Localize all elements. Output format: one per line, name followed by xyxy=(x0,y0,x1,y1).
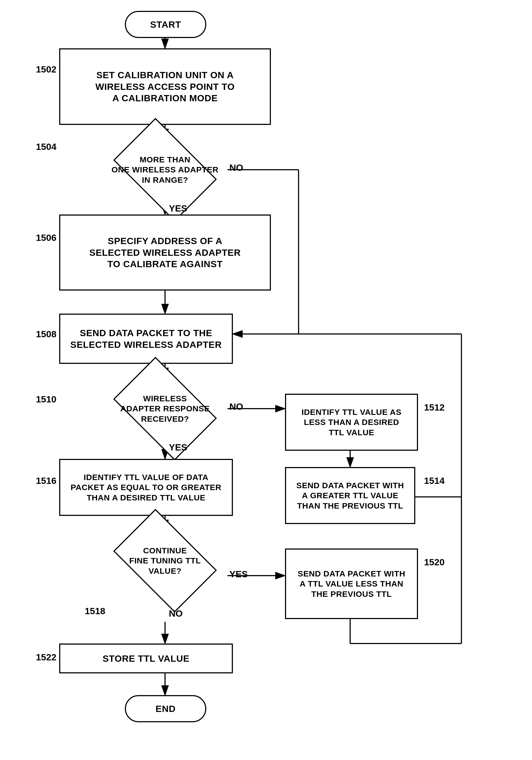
end-node: END xyxy=(125,695,206,722)
id-label-1510: 1510 xyxy=(36,394,57,404)
yes-label-1504: YES xyxy=(169,203,187,214)
id-label-1508: 1508 xyxy=(36,329,57,339)
start-label: START xyxy=(148,17,183,32)
no-label-1504: NO xyxy=(229,163,243,173)
id-label-1518: 1518 xyxy=(85,606,105,616)
id-label-1504: 1504 xyxy=(36,141,57,152)
step-1520-text: SEND DATA PACKET WITH A TTL VALUE LESS T… xyxy=(295,566,407,601)
yes-label-1518: YES xyxy=(229,569,248,580)
decision-1510-text: WIRELESS ADAPTER RESPONSE RECEIVED? xyxy=(118,391,212,426)
id-label-1512: 1512 xyxy=(424,402,445,413)
decision-1510: WIRELESS ADAPTER RESPONSE RECEIVED? xyxy=(103,377,228,440)
end-label: END xyxy=(154,701,178,717)
no-label-1518: NO xyxy=(169,608,183,619)
label-1504: 1504 xyxy=(30,141,63,152)
step-1514: SEND DATA PACKET WITH A GREATER TTL VALU… xyxy=(285,467,415,524)
start-node: START xyxy=(125,11,206,38)
step-1506: SPECIFY ADDRESS OF A SELECTED WIRELESS A… xyxy=(59,214,271,291)
id-label-1506: 1506 xyxy=(36,232,57,243)
step-1512: IDENTIFY TTL VALUE AS LESS THAN A DESIRE… xyxy=(285,394,418,451)
id-label-1520: 1520 xyxy=(424,557,445,567)
label-1506: 1506 xyxy=(30,232,63,243)
id-label-1514: 1514 xyxy=(424,475,445,486)
step-1520: SEND DATA PACKET WITH A TTL VALUE LESS T… xyxy=(285,548,418,619)
decision-1504-text: MORE THAN ONE WIRELESS ADAPTER IN RANGE? xyxy=(110,152,221,187)
label-1522: 1522 xyxy=(30,652,63,663)
diagram-container: START 1502 SET CALIBRATION UNIT ON A WIR… xyxy=(0,0,532,760)
step-1506-text: SPECIFY ADDRESS OF A SELECTED WIRELESS A… xyxy=(87,233,243,272)
step-1502-text: SET CALIBRATION UNIT ON A WIRELESS ACCES… xyxy=(93,67,237,106)
label-1516: 1516 xyxy=(30,475,63,486)
id-label-1516: 1516 xyxy=(36,475,57,486)
step-1508: SEND DATA PACKET TO THE SELECTED WIRELES… xyxy=(59,313,233,364)
step-1508-text: SEND DATA PACKET TO THE SELECTED WIRELES… xyxy=(68,325,224,353)
label-1520: 1520 xyxy=(418,557,451,567)
no-label-1510: NO xyxy=(229,401,243,412)
decision-1518-text: CONTINUE FINE TUNING TTL VALUE? xyxy=(127,543,203,578)
label-1514: 1514 xyxy=(418,475,451,486)
step-1516: IDENTIFY TTL VALUE OF DATA PACKET AS EQU… xyxy=(59,459,233,516)
label-1510: 1510 xyxy=(30,394,63,404)
yes-label-1510: YES xyxy=(169,442,187,452)
label-1518: 1518 xyxy=(79,605,111,616)
step-1514-text: SEND DATA PACKET WITH A GREATER TTL VALU… xyxy=(294,478,406,513)
step-1522-text: STORE TTL VALUE xyxy=(101,650,192,667)
step-1516-text: IDENTIFY TTL VALUE OF DATA PACKET AS EQU… xyxy=(68,470,224,505)
label-1502: 1502 xyxy=(30,64,63,75)
decision-1504: MORE THAN ONE WIRELESS ADAPTER IN RANGE? xyxy=(103,138,228,201)
id-label-1522: 1522 xyxy=(36,652,57,663)
step-1512-text: IDENTIFY TTL VALUE AS LESS THAN A DESIRE… xyxy=(299,405,404,440)
id-label-1502: 1502 xyxy=(36,64,57,75)
step-1502: SET CALIBRATION UNIT ON A WIRELESS ACCES… xyxy=(59,48,271,125)
label-1512: 1512 xyxy=(418,402,451,413)
decision-1518: CONTINUE FINE TUNING TTL VALUE? xyxy=(103,530,228,592)
label-1508: 1508 xyxy=(30,329,63,339)
step-1522: STORE TTL VALUE xyxy=(59,643,233,673)
